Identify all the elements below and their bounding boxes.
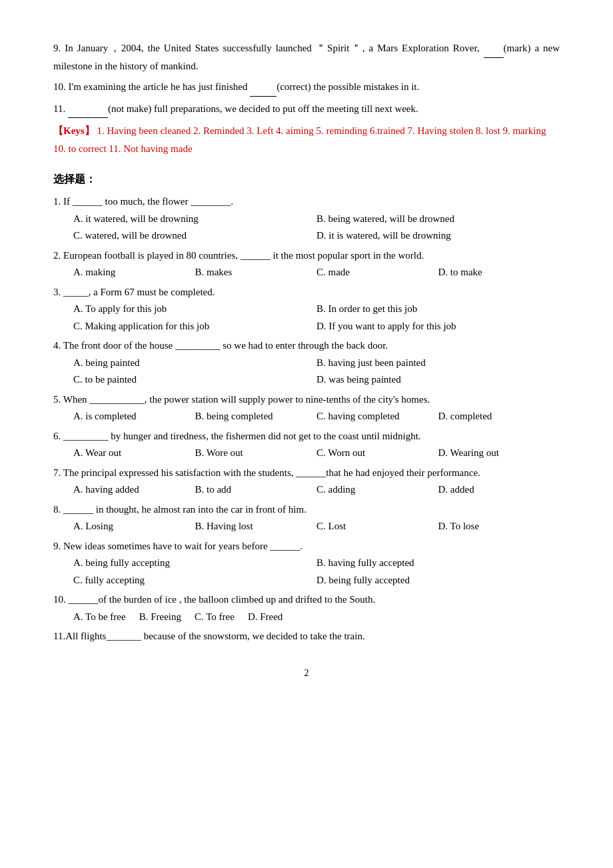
mc-q9-optA: A. being fully accepting <box>73 555 316 572</box>
mc-q2-optA: A. making <box>73 264 195 281</box>
mc-q6-options: A. Wear out B. Wore out C. Worn out D. W… <box>73 445 560 462</box>
mc-q3-options: A. To apply for this job B. In order to … <box>73 301 560 335</box>
mc-q1-options: A. it watered, will be drowning B. being… <box>73 211 560 245</box>
mc-q10-optD: D. Freed <box>248 609 283 626</box>
mc-q6-optA: A. Wear out <box>73 445 195 462</box>
mc-q10-options: A. To be free B. Freeing C. To free D. F… <box>73 609 560 626</box>
mc-q7: 7. The principal expressed his satisfact… <box>53 465 560 499</box>
q10-text: 10. I'm examining the article he has jus… <box>53 81 419 92</box>
mc-q4-optB: B. having just been painted <box>316 355 560 372</box>
mc-q1-optB: B. being watered, will be drowned <box>316 211 560 228</box>
mc-q11: 11.All flights_______ because of the sno… <box>53 628 560 645</box>
mc-q3: 3. _____, a Form 67 must be completed. A… <box>53 284 560 335</box>
mc-q9-stem: 9. New ideas sometimes have to wait for … <box>53 538 560 555</box>
page-number: 2 <box>53 665 560 681</box>
mc-q10-optA: A. To be free <box>73 609 126 626</box>
mc-q2-optC: C. made <box>316 264 438 281</box>
mc-q2: 2. European football is played in 80 cou… <box>53 247 560 281</box>
mc-q8-optA: A. Losing <box>73 518 195 535</box>
mc-q9-optC: C. fully accepting <box>73 572 316 589</box>
mc-q4-optD: D. was being painted <box>316 371 560 389</box>
mc-q4: 4. The front door of the house _________… <box>53 337 560 389</box>
mc-questions-container: 1. If ______ too much, the flower ______… <box>53 193 560 645</box>
mc-q8-stem: 8. ______ in thought, he almost ran into… <box>53 501 560 519</box>
mc-q7-optC: C. adding <box>316 481 438 499</box>
mc-q6-optD: D. Wearing out <box>438 445 560 462</box>
mc-q5-optA: A. is completed <box>73 408 195 425</box>
mc-q5-stem: 5. When ___________, the power station w… <box>53 391 560 409</box>
mc-q10: 10. ______of the burden of ice , the bal… <box>53 591 560 625</box>
mc-q7-options: A. having added B. to add C. adding D. a… <box>73 481 560 499</box>
mc-q8: 8. ______ in thought, he almost ran into… <box>53 501 560 535</box>
section-title: 选择题： <box>53 170 560 188</box>
mc-q7-stem: 7. The principal expressed his satisfact… <box>53 465 560 482</box>
mc-q1-optD: D. it is watered, will be drowning <box>316 227 560 245</box>
mc-q10-optC: C. To free <box>195 609 235 626</box>
mc-q6: 6. _________ by hunger and tiredness, th… <box>53 428 560 462</box>
keys-content: 1. Having been cleaned 2. Reminded 3. Le… <box>53 125 546 154</box>
mc-q4-optA: A. being painted <box>73 355 316 372</box>
mc-q3-stem: 3. _____, a Form 67 must be completed. <box>53 284 560 301</box>
mc-q9-optD: D. being fully accepted <box>316 572 560 589</box>
mc-q7-optA: A. having added <box>73 481 195 499</box>
mc-q2-options: A. making B. makes C. made D. to make <box>73 264 560 281</box>
keys-label: 【Keys】 <box>53 125 95 136</box>
mc-q5: 5. When ___________, the power station w… <box>53 391 560 425</box>
mc-q1-optA: A. it watered, will be drowning <box>73 211 316 228</box>
mc-q2-stem: 2. European football is played in 80 cou… <box>53 247 560 265</box>
mc-q1-optC: C. watered, will be drowned <box>73 227 316 245</box>
mc-q3-optB: B. In order to get this job <box>316 301 560 318</box>
mc-q9-optB: B. having fully accepted <box>316 555 560 572</box>
mc-q9-options: A. being fully accepting B. having fully… <box>73 555 560 589</box>
q9-text: 9. In January，2004, the United States su… <box>53 43 560 71</box>
mc-q11-stem: 11.All flights_______ because of the sno… <box>53 628 560 645</box>
mc-q8-optB: B. Having lost <box>195 518 317 535</box>
mc-q8-optD: D. To lose <box>438 518 560 535</box>
mc-q4-optC: C. to be painted <box>73 371 316 389</box>
mc-q4-stem: 4. The front door of the house _________… <box>53 337 560 355</box>
mc-q5-optD: D. completed <box>438 408 560 425</box>
mc-q7-optD: D. added <box>438 481 560 499</box>
mc-q5-options: A. is completed B. being completed C. ha… <box>73 408 560 425</box>
mc-q10-optB: B. Freeing <box>139 609 181 626</box>
question-10-fill: 10. I'm examining the article he has jus… <box>53 79 560 97</box>
mc-q4-options: A. being painted B. having just been pai… <box>73 355 560 389</box>
mc-q10-opts-row: A. To be free B. Freeing C. To free D. F… <box>73 609 283 626</box>
mc-q8-options: A. Losing B. Having lost C. Lost D. To l… <box>73 518 560 535</box>
mc-q3-optA: A. To apply for this job <box>73 301 316 318</box>
mc-q8-optC: C. Lost <box>316 518 438 535</box>
mc-q5-optC: C. having completed <box>316 408 438 425</box>
keys-block: 【Keys】 1. Having been cleaned 2. Reminde… <box>53 122 560 158</box>
mc-q6-optC: C. Worn out <box>316 445 438 462</box>
mc-q10-stem: 10. ______of the burden of ice , the bal… <box>53 591 560 609</box>
mc-q1: 1. If ______ too much, the flower ______… <box>53 193 560 245</box>
mc-q2-optB: B. makes <box>195 264 317 281</box>
mc-q9: 9. New ideas sometimes have to wait for … <box>53 538 560 589</box>
mc-q3-optC: C. Making application for this job <box>73 318 316 335</box>
mc-q7-optB: B. to add <box>195 481 317 499</box>
mc-q2-optD: D. to make <box>438 264 560 281</box>
mc-q6-optB: B. Wore out <box>195 445 317 462</box>
mc-q3-optD: D. If you want to apply for this job <box>316 318 560 335</box>
mc-q6-stem: 6. _________ by hunger and tiredness, th… <box>53 428 560 445</box>
question-9-fill: 9. In January，2004, the United States su… <box>53 40 560 75</box>
question-11-fill: 11. (not make) full preparations, we dec… <box>53 101 560 119</box>
mc-q1-stem: 1. If ______ too much, the flower ______… <box>53 193 560 211</box>
fill-questions: 9. In January，2004, the United States su… <box>53 40 560 118</box>
mc-q5-optB: B. being completed <box>195 408 317 425</box>
q11-text: 11. (not make) full preparations, we dec… <box>53 103 418 114</box>
